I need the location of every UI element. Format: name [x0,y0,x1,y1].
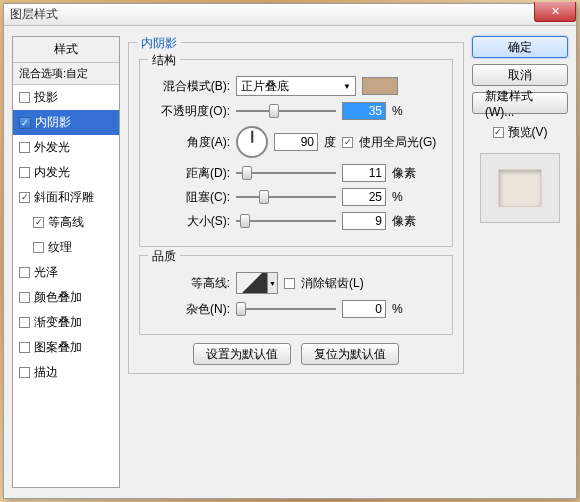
style-checkbox[interactable] [19,317,30,328]
contour-dropdown[interactable]: ▼ [268,272,278,294]
style-item-11[interactable]: 描边 [13,360,119,385]
titlebar[interactable]: 图层样式 ✕ [4,4,576,26]
set-default-button[interactable]: 设置为默认值 [193,343,291,365]
style-item-10[interactable]: 图案叠加 [13,335,119,360]
chevron-down-icon: ▼ [343,82,351,91]
choke-input[interactable]: 25 [342,188,386,206]
style-item-label: 内发光 [34,164,70,181]
structure-group: 结构 混合模式(B): 正片叠底 ▼ 不透明度(O): 35 % [139,59,453,247]
style-item-label: 斜面和浮雕 [34,189,94,206]
choke-label: 阻塞(C): [150,189,230,206]
style-item-0[interactable]: 投影 [13,85,119,110]
structure-title: 结构 [148,52,180,69]
style-checkbox[interactable] [19,292,30,303]
style-item-2[interactable]: 外发光 [13,135,119,160]
angle-label: 角度(A): [150,134,230,151]
size-slider[interactable] [236,213,336,229]
style-item-5[interactable]: 等高线 [13,210,119,235]
distance-slider[interactable] [236,165,336,181]
blend-options-row[interactable]: 混合选项:自定 [13,63,119,85]
style-checkbox[interactable] [19,92,30,103]
noise-slider[interactable] [236,301,336,317]
opacity-slider[interactable] [236,103,336,119]
style-item-1[interactable]: 内阴影 [13,110,119,135]
choke-unit: % [392,190,422,204]
contour-picker[interactable] [236,272,268,294]
preview-checkbox[interactable] [493,127,504,138]
panel-title: 内阴影 [137,35,181,52]
quality-title: 品质 [148,248,180,265]
style-item-8[interactable]: 颜色叠加 [13,285,119,310]
style-checkbox[interactable] [19,342,30,353]
style-item-label: 描边 [34,364,58,381]
distance-unit: 像素 [392,165,422,182]
style-item-label: 投影 [34,89,58,106]
preview-label: 预览(V) [508,124,548,141]
noise-unit: % [392,302,422,316]
style-item-label: 渐变叠加 [34,314,82,331]
settings-panel: 内阴影 结构 混合模式(B): 正片叠底 ▼ 不透明度(O): [128,36,464,488]
distance-input[interactable]: 11 [342,164,386,182]
layer-style-dialog: 图层样式 ✕ 样式 混合选项:自定 投影内阴影外发光内发光斜面和浮雕等高线纹理光… [3,3,577,499]
style-item-6[interactable]: 纹理 [13,235,119,260]
blend-mode-select[interactable]: 正片叠底 ▼ [236,76,356,96]
size-label: 大小(S): [150,213,230,230]
style-item-label: 颜色叠加 [34,289,82,306]
noise-input[interactable]: 0 [342,300,386,318]
style-item-label: 纹理 [48,239,72,256]
style-checkbox[interactable] [19,267,30,278]
styles-list: 样式 混合选项:自定 投影内阴影外发光内发光斜面和浮雕等高线纹理光泽颜色叠加渐变… [12,36,120,488]
style-item-3[interactable]: 内发光 [13,160,119,185]
contour-label: 等高线: [150,275,230,292]
ok-button[interactable]: 确定 [472,36,568,58]
blend-mode-label: 混合模式(B): [150,78,230,95]
antialias-checkbox[interactable] [284,278,295,289]
style-item-9[interactable]: 渐变叠加 [13,310,119,335]
antialias-label: 消除锯齿(L) [301,275,364,292]
blend-mode-value: 正片叠底 [241,78,289,95]
styles-header: 样式 [13,37,119,63]
style-item-label: 光泽 [34,264,58,281]
preview-swatch [498,169,542,207]
opacity-input[interactable]: 35 [342,102,386,120]
style-checkbox[interactable] [33,242,44,253]
close-button[interactable]: ✕ [534,2,576,22]
size-unit: 像素 [392,213,422,230]
quality-group: 品质 等高线: ▼ 消除锯齿(L) 杂色(N): 0 [139,255,453,335]
new-style-button[interactable]: 新建样式(W)... [472,92,568,114]
style-item-7[interactable]: 光泽 [13,260,119,285]
action-panel: 确定 取消 新建样式(W)... 预览(V) [472,36,568,488]
style-item-label: 等高线 [48,214,84,231]
style-item-4[interactable]: 斜面和浮雕 [13,185,119,210]
preview-box [480,153,560,223]
style-checkbox[interactable] [19,192,30,203]
color-swatch[interactable] [362,77,398,95]
style-checkbox[interactable] [19,167,30,178]
noise-label: 杂色(N): [150,301,230,318]
size-input[interactable]: 9 [342,212,386,230]
style-item-label: 内阴影 [35,114,71,131]
style-checkbox[interactable] [19,117,31,129]
style-item-label: 外发光 [34,139,70,156]
style-checkbox[interactable] [33,217,44,228]
global-light-label: 使用全局光(G) [359,134,436,151]
distance-label: 距离(D): [150,165,230,182]
inner-shadow-fieldset: 内阴影 结构 混合模式(B): 正片叠底 ▼ 不透明度(O): [128,42,464,374]
angle-unit: 度 [324,134,336,151]
opacity-unit: % [392,104,422,118]
angle-dial[interactable] [236,126,268,158]
opacity-label: 不透明度(O): [150,103,230,120]
style-checkbox[interactable] [19,367,30,378]
angle-input[interactable]: 90 [274,133,318,151]
global-light-checkbox[interactable] [342,137,353,148]
choke-slider[interactable] [236,189,336,205]
reset-default-button[interactable]: 复位为默认值 [301,343,399,365]
style-item-label: 图案叠加 [34,339,82,356]
style-checkbox[interactable] [19,142,30,153]
cancel-button[interactable]: 取消 [472,64,568,86]
dialog-title: 图层样式 [10,6,58,23]
